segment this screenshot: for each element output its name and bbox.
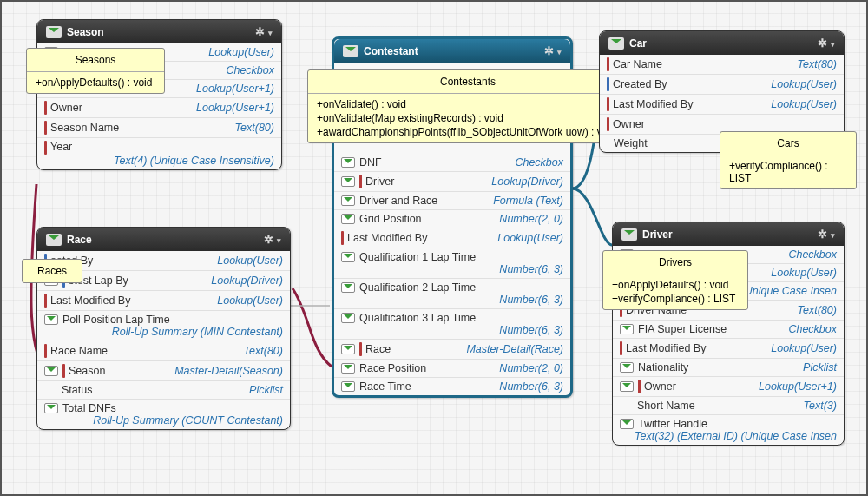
required-bar bbox=[44, 141, 47, 155]
field-row[interactable]: NationalityPicklist bbox=[613, 359, 844, 377]
mail-icon bbox=[341, 252, 355, 262]
field-row[interactable]: OwnerLookup(User+1) bbox=[37, 98, 281, 118]
field-row[interactable]: SeasonMaster-Detail(Season) bbox=[37, 361, 290, 381]
mail-icon bbox=[341, 344, 355, 354]
popup-races[interactable]: Races bbox=[22, 259, 82, 283]
entity-icon bbox=[343, 45, 358, 57]
mail-icon bbox=[620, 362, 634, 373]
entity-season-header[interactable]: Season ✲ ▾ bbox=[37, 20, 281, 43]
field-row[interactable]: Qualification 1 Lap TimeNumber(6, 3) bbox=[334, 248, 570, 279]
mail-icon bbox=[341, 176, 355, 187]
popup-body: +onValidate() : void +onValidate(Map exi… bbox=[308, 94, 628, 142]
gear-icon[interactable]: ✲ ▾ bbox=[544, 44, 562, 57]
entity-race[interactable]: Race ✲ ▾ eated ByLookup(User) stest Lap … bbox=[36, 227, 291, 430]
required-bar bbox=[607, 57, 609, 71]
entity-icon bbox=[46, 234, 62, 246]
required-bar bbox=[607, 97, 609, 111]
mail-icon bbox=[341, 282, 355, 293]
mail-icon bbox=[341, 195, 355, 206]
entity-race-header[interactable]: Race ✲ ▾ bbox=[37, 228, 290, 251]
entity-race-title: Race bbox=[67, 234, 92, 246]
field-row[interactable]: DNFCheckbox bbox=[334, 154, 570, 172]
mail-icon bbox=[44, 366, 58, 376]
gear-icon[interactable]: ✲ ▾ bbox=[255, 25, 273, 38]
bar bbox=[607, 77, 609, 91]
entity-icon bbox=[621, 228, 637, 241]
entity-icon bbox=[608, 37, 624, 50]
field-row[interactable]: Created ByLookup(User) bbox=[600, 75, 844, 95]
field-row[interactable]: Season NameText(80) bbox=[37, 118, 281, 138]
required-bar bbox=[44, 294, 47, 308]
mail-icon bbox=[341, 313, 355, 323]
entity-car-title: Car bbox=[629, 37, 647, 50]
entity-contestant-header[interactable]: Contestant ✲ ▾ bbox=[334, 39, 570, 63]
field-row[interactable]: Grid PositionNumber(2, 0) bbox=[334, 210, 570, 228]
field-row[interactable]: OwnerLookup(User+1) bbox=[613, 377, 844, 397]
mail-icon bbox=[341, 214, 355, 224]
popup-contestants[interactable]: Contestants +onValidate() : void +onVali… bbox=[307, 69, 628, 143]
required-bar bbox=[62, 364, 65, 378]
entity-icon bbox=[46, 26, 62, 38]
field-row[interactable]: StatusPicklist bbox=[37, 381, 290, 400]
popup-drivers[interactable]: Drivers +onApplyDefaults() : void +verif… bbox=[602, 250, 748, 310]
popup-body: +onApplyDefaults() : void +verifyComplia… bbox=[603, 274, 747, 309]
mail-icon bbox=[620, 381, 634, 392]
field-row[interactable]: FIA Super LicenseCheckbox bbox=[613, 321, 844, 339]
field-row[interactable]: DriverLookup(Driver) bbox=[334, 172, 570, 192]
field-row[interactable]: Last Modified ByLookup(User) bbox=[600, 95, 844, 115]
field-row[interactable]: Race TimeNumber(6, 3) bbox=[334, 378, 570, 395]
mail-icon bbox=[44, 314, 58, 325]
gear-icon[interactable]: ✲ ▾ bbox=[818, 36, 835, 50]
entity-driver-header[interactable]: Driver ✲ ▾ bbox=[613, 222, 844, 246]
field-row[interactable]: Race NameText(80) bbox=[37, 341, 290, 361]
field-row[interactable]: Car NameText(80) bbox=[600, 55, 844, 75]
field-row[interactable]: RaceMaster-Detail(Race) bbox=[334, 340, 570, 360]
mail-icon bbox=[341, 363, 355, 374]
gear-icon[interactable]: ✲ ▾ bbox=[264, 233, 281, 246]
popup-seasons-title: Seasons bbox=[27, 49, 164, 72]
required-bar bbox=[620, 341, 622, 355]
required-bar bbox=[607, 117, 609, 131]
field-row[interactable]: Driver and RaceFormula (Text) bbox=[334, 192, 570, 210]
mail-icon bbox=[620, 419, 634, 429]
entity-season-title: Season bbox=[67, 26, 104, 38]
popup-body: +verifyCompliance() : LIST bbox=[720, 155, 856, 188]
popup-seasons[interactable]: Seasons +onApplyDefaults() : void bbox=[26, 48, 165, 94]
popup-body: +onApplyDefaults() : void bbox=[27, 72, 164, 93]
popup-races-title: Races bbox=[23, 260, 82, 282]
entity-car-header[interactable]: Car ✲ ▾ bbox=[600, 31, 844, 55]
field-row[interactable]: Poll Position Lap TimeRoll-Up Summary (M… bbox=[37, 311, 290, 341]
required-bar bbox=[359, 175, 362, 188]
mail-icon bbox=[341, 157, 355, 168]
field-row[interactable]: Last Modified ByLookup(User) bbox=[613, 339, 844, 359]
mail-icon bbox=[620, 324, 634, 334]
entity-season[interactable]: Season ✲ ▾ Lookup(User) Checkbox Lookup(… bbox=[36, 19, 282, 170]
entity-contestant-title: Contestant bbox=[364, 45, 418, 57]
required-bar bbox=[44, 101, 47, 115]
field-row[interactable]: Last Modified ByLookup(User) bbox=[37, 291, 290, 311]
gear-icon[interactable]: ✲ ▾ bbox=[818, 228, 835, 241]
field-row[interactable]: Year Text(4) (Unique Case Insensitive) bbox=[37, 138, 281, 169]
popup-cars-title: Cars bbox=[720, 132, 856, 155]
popup-cars[interactable]: Cars +verifyCompliance() : LIST bbox=[720, 131, 857, 189]
field-row[interactable]: Race PositionNumber(2, 0) bbox=[334, 360, 570, 378]
required-bar bbox=[341, 231, 344, 245]
field-row[interactable]: Total DNFsRoll-Up Summary (COUNT Contest… bbox=[37, 400, 290, 429]
entity-driver-title: Driver bbox=[642, 228, 673, 241]
popup-drivers-title: Drivers bbox=[603, 251, 747, 274]
popup-contestants-title: Contestants bbox=[308, 70, 628, 94]
field-row[interactable]: Qualification 2 Lap TimeNumber(6, 3) bbox=[334, 279, 570, 309]
mail-icon bbox=[341, 381, 355, 392]
field-row[interactable]: Last Modified ByLookup(User) bbox=[334, 228, 570, 248]
required-bar bbox=[44, 121, 47, 135]
required-bar bbox=[44, 344, 47, 358]
required-bar bbox=[638, 380, 641, 393]
field-row[interactable]: Twitter HandleText(32) (External ID) (Un… bbox=[613, 415, 844, 445]
required-bar bbox=[359, 342, 362, 356]
mail-icon bbox=[44, 403, 58, 413]
field-row[interactable]: Qualification 3 Lap TimeNumber(6, 3) bbox=[334, 309, 570, 340]
field-row[interactable]: Short NameText(3) bbox=[613, 397, 844, 415]
